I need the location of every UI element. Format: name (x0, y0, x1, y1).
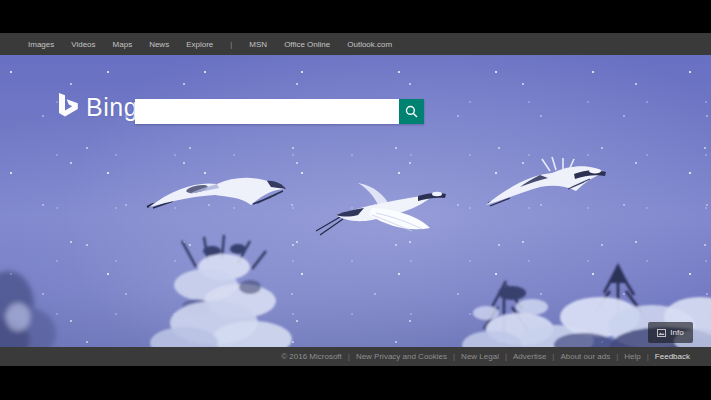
bing-logo[interactable]: Bing (58, 93, 138, 120)
footer-link-feedback[interactable]: Feedback (655, 352, 690, 361)
footer-divider: | (505, 352, 507, 361)
hero-photo: Bing (0, 55, 711, 347)
search-input[interactable] (135, 99, 399, 124)
footer-copyright: © 2016 Microsoft (281, 352, 342, 361)
crane-right (486, 157, 606, 206)
search-bar (135, 99, 424, 124)
top-navbar: Images Videos Maps News Explore | MSN Of… (0, 33, 711, 55)
footer-link-about-ads[interactable]: About our ads (560, 352, 610, 361)
nav-item-images[interactable]: Images (28, 40, 54, 49)
screen: Images Videos Maps News Explore | MSN Of… (0, 0, 711, 400)
tree-snowy-center (462, 281, 594, 347)
footer-link-help[interactable]: Help (624, 352, 640, 361)
search-button[interactable] (399, 99, 424, 124)
footer-divider: | (552, 352, 554, 361)
nav-item-msn[interactable]: MSN (249, 40, 267, 49)
footer-divider: | (647, 352, 649, 361)
search-icon (405, 105, 418, 118)
nav-item-office-online[interactable]: Office Online (284, 40, 330, 49)
footer-divider: | (616, 352, 618, 361)
tree-left-edge (0, 271, 56, 347)
footer-link-privacy[interactable]: New Privacy and Cookies (356, 352, 447, 361)
footer-divider: | (453, 352, 455, 361)
bing-homepage: Images Videos Maps News Explore | MSN Of… (0, 33, 711, 366)
nav-item-news[interactable]: News (149, 40, 169, 49)
footer-link-advertise[interactable]: Advertise (513, 352, 546, 361)
image-info-label: Info (670, 328, 683, 337)
nav-divider: | (230, 40, 232, 49)
image-info-icon (657, 329, 666, 337)
footer-link-legal[interactable]: New Legal (461, 352, 499, 361)
image-info-button[interactable]: Info (648, 322, 693, 343)
bing-logo-icon (58, 93, 79, 120)
crane-middle (316, 183, 446, 235)
nav-item-explore[interactable]: Explore (186, 40, 213, 49)
tree-snowy-left (150, 235, 292, 347)
footer-bar: © 2016 Microsoft | New Privacy and Cooki… (0, 347, 711, 366)
footer-divider: | (348, 352, 350, 361)
nav-item-outlook[interactable]: Outlook.com (347, 40, 392, 49)
nav-item-videos[interactable]: Videos (71, 40, 95, 49)
crane-left (147, 178, 286, 208)
bing-logo-text: Bing (86, 94, 138, 120)
nav-item-maps[interactable]: Maps (113, 40, 133, 49)
